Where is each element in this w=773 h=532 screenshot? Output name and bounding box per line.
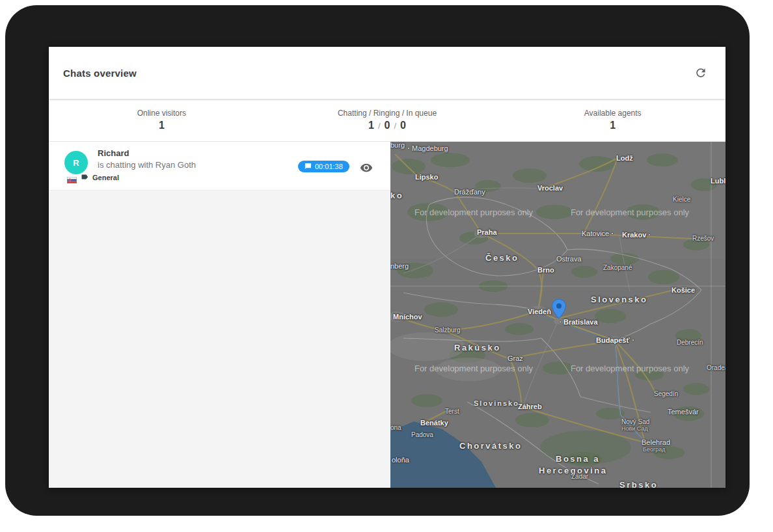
map-label: Нови Сад — [621, 425, 648, 432]
stat-available-agents: Available agents 1 — [500, 99, 726, 141]
content-row: R Richard is chatting with Ryan Goth Gen… — [49, 142, 726, 488]
map-label: Segedín — [654, 390, 678, 397]
slovakia-flag-icon — [67, 174, 77, 181]
map-watermark: For development purposes only — [571, 364, 689, 373]
in-queue-count: 0 — [400, 120, 406, 131]
stat-separator: / — [378, 121, 381, 131]
map-label: Vroclav — [537, 184, 563, 192]
stat-label: Chatting / Ringing / In queue — [338, 109, 437, 118]
map-label: burg — [390, 142, 405, 149]
map-label: Debrecín — [677, 339, 703, 346]
stat-label: Available agents — [584, 109, 642, 118]
map-label: Česko — [485, 253, 519, 263]
page-title: Chats overview — [63, 68, 137, 79]
stat-chatting-ringing-queue: Chatting / Ringing / In queue 1 / 0 / 0 — [275, 99, 500, 141]
map-label: Lodž — [616, 154, 633, 162]
map-label: ko — [390, 191, 403, 200]
map-label: Belehrad — [642, 438, 670, 446]
map-label: nberg — [390, 262, 409, 270]
map-label: Chorvátsko — [459, 441, 522, 451]
map-pin-icon[interactable] — [551, 299, 567, 319]
chatting-count: 1 — [368, 120, 374, 131]
stats-bar: Online visitors 1 Chatting / Ringing / I… — [49, 99, 726, 142]
map-label: Београд — [643, 446, 665, 453]
map-label: Drážďany — [454, 188, 485, 196]
chat-list: R Richard is chatting with Ryan Goth Gen… — [49, 142, 390, 488]
chat-status: is chatting with Ryan Goth — [98, 160, 196, 170]
map-label: Budapešť — [596, 336, 634, 344]
stat-label: Online visitors — [137, 109, 186, 118]
map-label: Nový Sad — [621, 418, 649, 425]
map-label: Padova — [411, 431, 433, 438]
map-label: Terst — [445, 408, 459, 415]
chat-item[interactable]: R Richard is chatting with Ryan Goth Gen… — [49, 142, 390, 191]
refresh-icon — [694, 66, 707, 79]
map-label: Lublin — [711, 177, 726, 185]
map-label: ona — [390, 424, 401, 431]
map-label: Krakov — [622, 231, 651, 239]
avatar: R — [64, 151, 88, 174]
stat-value: 1 — [610, 120, 616, 131]
refresh-button[interactable] — [693, 65, 709, 81]
eye-icon — [360, 161, 373, 174]
map-label: Srbsko — [619, 480, 658, 488]
map-label: Oradea — [707, 364, 726, 371]
map-label: oloňa — [392, 456, 409, 464]
map-label: Záhreb — [518, 403, 542, 410]
map-label: Rakúsko — [454, 343, 501, 352]
map-label: Magdeburg — [407, 144, 448, 152]
map-label: Lipsko — [415, 173, 438, 181]
visitor-name: Richard — [98, 148, 129, 158]
map-label: Bosna a — [556, 454, 600, 464]
label-icon — [81, 172, 88, 183]
timer-value: 00:01:38 — [315, 163, 343, 170]
map-label: Mníchov — [393, 313, 422, 321]
map-label: Slovinsko — [474, 399, 519, 407]
map-watermark: For development purposes only — [414, 207, 533, 217]
chat-timer-badge[interactable]: 00:01:38 — [298, 161, 349, 172]
map-label: Ostrava — [556, 255, 582, 263]
stat-online-visitors: Online visitors 1 — [49, 99, 275, 141]
map-label: Graz — [508, 354, 523, 362]
map-label: Praha — [477, 228, 497, 236]
visitors-map[interactable]: burgMagdeburgLipskoDrážďanyVroclavLodžLu… — [390, 142, 726, 488]
ringing-count: 0 — [385, 120, 390, 131]
stat-value: 1 / 0 / 0 — [368, 120, 406, 131]
map-label: Košice — [671, 286, 695, 294]
panel-header: Chats overview — [49, 47, 726, 99]
map-label: Brno — [537, 266, 554, 274]
map-label: Slovensko — [591, 295, 648, 304]
chat-bubble-icon — [305, 163, 312, 171]
map-label: Katovice — [582, 230, 614, 237]
chat-meta: General — [67, 172, 119, 183]
map-labels: burgMagdeburgLipskoDrážďanyVroclavLodžLu… — [390, 142, 726, 488]
map-watermark: For development purposes only — [414, 364, 533, 373]
chat-group: General — [92, 174, 119, 181]
map-label: Zadar — [571, 473, 588, 480]
stat-value: 1 — [159, 120, 165, 131]
map-label: Viedeň — [528, 308, 551, 315]
map-label: Zakopané — [603, 264, 632, 271]
map-label: Salzburg — [435, 326, 460, 334]
map-label: Rzešov — [692, 235, 714, 242]
view-chat-button[interactable] — [359, 160, 374, 176]
map-watermark: For development purposes only — [571, 207, 689, 217]
chats-overview-panel: Chats overview Online visitors 1 Chattin… — [49, 47, 726, 488]
map-label: Benátky — [420, 419, 448, 427]
map-label: Kielce — [673, 196, 690, 203]
stat-separator: / — [394, 121, 396, 131]
map-label: Temešvár — [668, 408, 699, 416]
